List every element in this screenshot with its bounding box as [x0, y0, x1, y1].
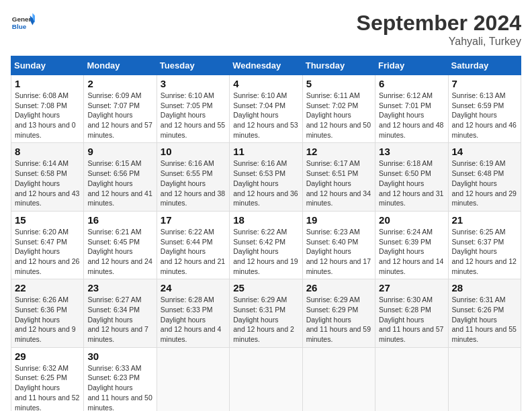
day-number: 1: [15, 78, 80, 89]
header-sunday: Sunday: [11, 56, 84, 75]
day-number: 23: [87, 282, 152, 293]
day-detail: Sunrise: 6:27 AM Sunset: 6:34 PM Dayligh…: [87, 295, 152, 344]
day-detail: Sunrise: 6:16 AM Sunset: 6:55 PM Dayligh…: [161, 158, 226, 208]
month-title: September 2024: [357, 11, 521, 36]
calendar-cell: 19 Sunrise: 6:23 AM Sunset: 6:40 PM Dayl…: [302, 211, 375, 279]
day-detail: Sunrise: 6:13 AM Sunset: 6:59 PM Dayligh…: [452, 91, 517, 140]
location: Yahyali, Turkey: [357, 36, 521, 48]
day-number: 8: [15, 146, 80, 157]
day-number: 9: [87, 146, 152, 157]
day-detail: Sunrise: 6:14 AM Sunset: 6:58 PM Dayligh…: [15, 158, 80, 208]
calendar-cell: 27 Sunrise: 6:30 AM Sunset: 6:28 PM Dayl…: [375, 279, 448, 347]
header-thursday: Thursday: [302, 56, 375, 75]
header-saturday: Saturday: [448, 56, 521, 75]
header-friday: Friday: [375, 56, 448, 75]
calendar-cell: 10 Sunrise: 6:16 AM Sunset: 6:55 PM Dayl…: [157, 143, 229, 211]
calendar-cell: 5 Sunrise: 6:11 AM Sunset: 7:02 PM Dayli…: [302, 75, 375, 143]
day-detail: Sunrise: 6:12 AM Sunset: 7:01 PM Dayligh…: [379, 91, 444, 140]
day-detail: Sunrise: 6:26 AM Sunset: 6:36 PM Dayligh…: [15, 295, 80, 344]
day-number: 21: [452, 214, 517, 226]
calendar-cell: 18 Sunrise: 6:22 AM Sunset: 6:42 PM Dayl…: [230, 211, 302, 279]
day-detail: Sunrise: 6:10 AM Sunset: 7:05 PM Dayligh…: [161, 91, 226, 140]
calendar-cell: 21 Sunrise: 6:25 AM Sunset: 6:37 PM Dayl…: [448, 211, 521, 279]
day-detail: Sunrise: 6:24 AM Sunset: 6:39 PM Dayligh…: [379, 227, 444, 276]
day-number: 12: [306, 146, 371, 157]
day-number: 20: [379, 214, 444, 226]
day-detail: Sunrise: 6:10 AM Sunset: 7:04 PM Dayligh…: [233, 91, 298, 140]
title-block: September 2024 Yahyali, Turkey: [357, 11, 521, 48]
day-number: 14: [452, 146, 517, 157]
calendar-cell: 24 Sunrise: 6:28 AM Sunset: 6:33 PM Dayl…: [157, 279, 229, 347]
page-header: General Blue September 2024 Yahyali, Tur…: [11, 11, 521, 48]
calendar-cell: 4 Sunrise: 6:10 AM Sunset: 7:04 PM Dayli…: [230, 75, 302, 143]
calendar-cell: [302, 347, 375, 411]
calendar-cell: 26 Sunrise: 6:29 AM Sunset: 6:29 PM Dayl…: [302, 279, 375, 347]
day-number: 29: [15, 351, 80, 362]
day-detail: Sunrise: 6:29 AM Sunset: 6:29 PM Dayligh…: [306, 295, 371, 344]
day-number: 18: [233, 214, 298, 226]
day-number: 15: [15, 214, 80, 226]
day-number: 17: [161, 214, 226, 226]
calendar-cell: 1 Sunrise: 6:08 AM Sunset: 7:08 PM Dayli…: [11, 75, 84, 143]
day-detail: Sunrise: 6:08 AM Sunset: 7:08 PM Dayligh…: [15, 91, 80, 140]
day-number: 13: [379, 146, 444, 157]
calendar-cell: 22 Sunrise: 6:26 AM Sunset: 6:36 PM Dayl…: [11, 279, 84, 347]
day-number: 30: [87, 351, 152, 362]
day-number: 7: [452, 78, 517, 89]
day-number: 11: [233, 146, 298, 157]
day-number: 24: [161, 282, 226, 293]
header-wednesday: Wednesday: [230, 56, 302, 75]
svg-text:Blue: Blue: [12, 23, 27, 30]
logo-icon: General Blue: [11, 11, 35, 35]
day-number: 2: [87, 78, 152, 89]
day-number: 4: [233, 78, 298, 89]
day-detail: Sunrise: 6:22 AM Sunset: 6:42 PM Dayligh…: [233, 227, 298, 276]
calendar-cell: 15 Sunrise: 6:20 AM Sunset: 6:47 PM Dayl…: [11, 211, 84, 279]
calendar-cell: [448, 347, 521, 411]
day-detail: Sunrise: 6:09 AM Sunset: 7:07 PM Dayligh…: [87, 91, 152, 140]
calendar-row: 29 Sunrise: 6:32 AM Sunset: 6:25 PM Dayl…: [11, 347, 521, 411]
calendar-cell: 16 Sunrise: 6:21 AM Sunset: 6:45 PM Dayl…: [84, 211, 157, 279]
day-number: 25: [233, 282, 298, 293]
calendar-cell: 8 Sunrise: 6:14 AM Sunset: 6:58 PM Dayli…: [11, 143, 84, 211]
day-detail: Sunrise: 6:18 AM Sunset: 6:50 PM Dayligh…: [379, 158, 444, 208]
calendar-cell: 20 Sunrise: 6:24 AM Sunset: 6:39 PM Dayl…: [375, 211, 448, 279]
day-detail: Sunrise: 6:22 AM Sunset: 6:44 PM Dayligh…: [161, 227, 226, 276]
day-detail: Sunrise: 6:17 AM Sunset: 6:51 PM Dayligh…: [306, 158, 371, 208]
day-detail: Sunrise: 6:21 AM Sunset: 6:45 PM Dayligh…: [87, 227, 152, 276]
logo: General Blue: [11, 11, 35, 35]
calendar-cell: 13 Sunrise: 6:18 AM Sunset: 6:50 PM Dayl…: [375, 143, 448, 211]
calendar-cell: 9 Sunrise: 6:15 AM Sunset: 6:56 PM Dayli…: [84, 143, 157, 211]
day-number: 28: [452, 282, 517, 293]
day-number: 5: [306, 78, 371, 89]
day-number: 27: [379, 282, 444, 293]
calendar-cell: 11 Sunrise: 6:16 AM Sunset: 6:53 PM Dayl…: [230, 143, 302, 211]
day-detail: Sunrise: 6:15 AM Sunset: 6:56 PM Dayligh…: [87, 158, 152, 208]
calendar-row: 8 Sunrise: 6:14 AM Sunset: 6:58 PM Dayli…: [11, 143, 521, 211]
calendar-cell: 25 Sunrise: 6:29 AM Sunset: 6:31 PM Dayl…: [230, 279, 302, 347]
calendar-cell: [157, 347, 229, 411]
day-number: 16: [87, 214, 152, 226]
calendar-row: 1 Sunrise: 6:08 AM Sunset: 7:08 PM Dayli…: [11, 75, 521, 143]
day-detail: Sunrise: 6:25 AM Sunset: 6:37 PM Dayligh…: [452, 227, 517, 276]
calendar-cell: 14 Sunrise: 6:19 AM Sunset: 6:48 PM Dayl…: [448, 143, 521, 211]
calendar-cell: [375, 347, 448, 411]
day-detail: Sunrise: 6:32 AM Sunset: 6:25 PM Dayligh…: [15, 363, 80, 411]
calendar-cell: [230, 347, 302, 411]
calendar-cell: 3 Sunrise: 6:10 AM Sunset: 7:05 PM Dayli…: [157, 75, 229, 143]
day-detail: Sunrise: 6:11 AM Sunset: 7:02 PM Dayligh…: [306, 91, 371, 140]
header-monday: Monday: [84, 56, 157, 75]
day-number: 10: [161, 146, 226, 157]
calendar-cell: 17 Sunrise: 6:22 AM Sunset: 6:44 PM Dayl…: [157, 211, 229, 279]
calendar-cell: 23 Sunrise: 6:27 AM Sunset: 6:34 PM Dayl…: [84, 279, 157, 347]
calendar-cell: 29 Sunrise: 6:32 AM Sunset: 6:25 PM Dayl…: [11, 347, 84, 411]
day-detail: Sunrise: 6:29 AM Sunset: 6:31 PM Dayligh…: [233, 295, 298, 344]
day-detail: Sunrise: 6:23 AM Sunset: 6:40 PM Dayligh…: [306, 227, 371, 276]
calendar-cell: 28 Sunrise: 6:31 AM Sunset: 6:26 PM Dayl…: [448, 279, 521, 347]
calendar-row: 15 Sunrise: 6:20 AM Sunset: 6:47 PM Dayl…: [11, 211, 521, 279]
day-detail: Sunrise: 6:20 AM Sunset: 6:47 PM Dayligh…: [15, 227, 80, 276]
day-detail: Sunrise: 6:30 AM Sunset: 6:28 PM Dayligh…: [379, 295, 444, 344]
day-detail: Sunrise: 6:16 AM Sunset: 6:53 PM Dayligh…: [233, 158, 298, 208]
day-number: 19: [306, 214, 371, 226]
day-number: 6: [379, 78, 444, 89]
